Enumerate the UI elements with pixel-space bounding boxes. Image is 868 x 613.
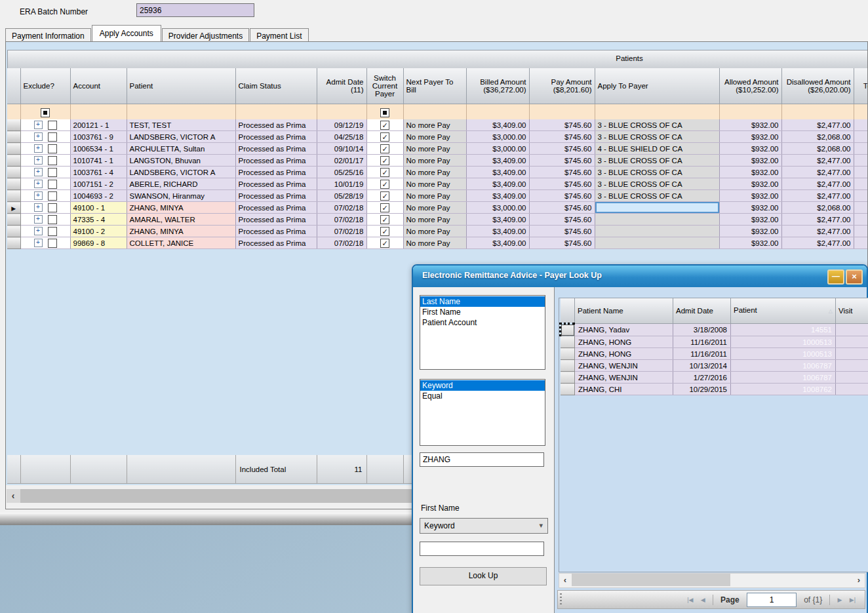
result-row[interactable]: ZHANG, WENJIN 1/27/2016 1006787 [561,372,868,384]
cell-visit[interactable] [836,384,868,395]
row-selector[interactable]: ▶ [7,202,20,214]
switch-all-checkbox[interactable] [380,108,389,117]
cell-claim-status[interactable]: Processed as Prima [235,143,317,155]
cell-disallowed[interactable]: $2,477.00 [781,190,854,202]
cell-allowed[interactable]: $932.00 [719,190,781,202]
cell-admit-date[interactable]: 07/02/18 [317,214,366,226]
cell-account[interactable]: 1003761 - 9 [70,131,127,143]
expand-icon[interactable]: + [34,191,43,200]
cell-total[interactable] [854,178,868,190]
cell-total[interactable] [854,202,868,214]
cell-account[interactable]: 1006534 - 1 [70,143,127,155]
cell-pay[interactable]: $745.60 [529,237,595,249]
switch-checkbox[interactable]: ✓ [380,203,389,212]
tab-apply-accounts[interactable]: Apply Accounts [92,25,161,43]
cell-total[interactable] [854,237,868,249]
cell-patient[interactable]: LANDSBERG, VICTOR A [127,131,235,143]
cell-patient[interactable]: ARCHULETTA, Sultan [127,143,235,155]
cell-pay[interactable]: $745.60 [529,155,595,167]
cell-account[interactable]: 1003761 - 4 [70,167,127,178]
list-item-first-name[interactable]: First Name [420,307,545,317]
cell-disallowed[interactable]: $2,477.00 [781,178,854,190]
cell-billed[interactable]: $3,000.00 [466,143,529,155]
col-disallowed-amount[interactable]: Disallowed Amount ($26,020.00) [781,68,854,104]
result-row[interactable]: ZHANG, CHI 10/29/2015 1008762 [561,384,868,395]
cell-account[interactable]: 47335 - 4 [70,214,127,226]
exclude-checkbox[interactable] [48,132,57,142]
cell-account[interactable]: 1004693 - 2 [70,190,127,202]
first-name-input[interactable] [420,542,544,556]
scroll-left-icon[interactable]: ‹ [559,574,571,586]
cell-patient[interactable]: ZHANG, MINYA [127,202,235,214]
cell-patient-number[interactable]: 1000513 [731,336,836,348]
row-selector[interactable] [7,143,20,155]
cell-claim-status[interactable]: Processed as Prima [235,202,317,214]
expand-icon[interactable]: + [34,180,43,188]
cell-billed[interactable]: $3,409.00 [466,237,529,249]
cell-apply-payer[interactable]: 3 - BLUE CROSS OF CA [595,178,719,190]
cell-total[interactable] [854,214,868,226]
cell-claim-status[interactable]: Processed as Prima [235,190,317,202]
cell-apply-payer[interactable]: 3 - BLUE CROSS OF CA [595,190,719,202]
cell-admit-date[interactable]: 11/16/2011 [673,336,731,348]
cell-admit-date[interactable]: 1/27/2016 [673,372,731,384]
cell-patient[interactable]: COLLETT, JANICE [127,237,235,249]
cell-billed[interactable]: $3,000.00 [466,202,529,214]
cell-account[interactable]: 49100 - 1 [70,202,127,214]
cell-apply-payer[interactable]: 3 - BLUE CROSS OF CA [595,167,719,178]
col-total[interactable]: Total [854,68,868,104]
exclude-checkbox[interactable] [48,203,57,212]
cell-apply-payer[interactable]: 3 - BLUE CROSS OF CA [595,119,719,131]
cell-claim-status[interactable]: Processed as Prima [235,178,317,190]
cell-admit-date[interactable]: 3/18/2008 [673,324,731,336]
cell-patient-number[interactable]: 1006787 [731,360,836,372]
col-switch-payer[interactable]: Switch Current Payer [366,68,403,104]
col-allowed-amount[interactable]: Allowed Amount ($10,252.00) [719,68,781,104]
cell-disallowed[interactable]: $2,477.00 [781,167,854,178]
col-patient[interactable]: Patient [127,68,235,104]
list-item-equal[interactable]: Equal [420,391,545,401]
cell-billed[interactable]: $3,409.00 [466,226,529,237]
cell-total[interactable] [854,190,868,202]
col-next-payer[interactable]: Next Payer To Bill [403,68,466,104]
switch-checkbox[interactable]: ✓ [380,215,389,224]
page-number-input[interactable] [747,593,797,607]
exclude-all-checkbox[interactable] [41,108,50,117]
cell-patient-name[interactable]: ZHANG, HONG [575,336,673,348]
exclude-checkbox[interactable] [48,168,57,177]
cell-billed[interactable]: $3,409.00 [466,214,529,226]
cell-patient-name[interactable]: ZHANG, CHI [575,384,673,395]
cell-patient-name[interactable]: ZHANG, HONG [575,348,673,360]
cell-next-payer[interactable]: No more Pay [403,131,466,143]
list-item-patient-account[interactable]: Patient Account [420,317,545,328]
exclude-checkbox[interactable] [48,215,57,224]
cell-account[interactable]: 1007151 - 2 [70,178,127,190]
expand-icon[interactable]: + [34,168,43,176]
prev-page-button[interactable]: ◀ [701,597,705,603]
switch-checkbox[interactable]: ✓ [380,144,389,153]
exclude-filter-cell[interactable] [20,104,70,121]
row-selector[interactable] [7,167,20,178]
cell-claim-status[interactable]: Processed as Prima [235,226,317,237]
cell-pay[interactable]: $745.60 [529,190,595,202]
expand-icon[interactable]: + [34,121,43,129]
cell-pay[interactable]: $745.60 [529,178,595,190]
cell-patient[interactable]: SWANSON, Hiranmay [127,190,235,202]
cell-total[interactable] [854,155,868,167]
switch-checkbox[interactable]: ✓ [380,191,389,201]
exclude-checkbox[interactable] [48,191,57,201]
col-exclude[interactable]: Exclude? [20,68,70,104]
cell-allowed[interactable]: $932.00 [719,155,781,167]
cell-admit-date[interactable]: 10/01/19 [317,178,366,190]
cell-pay[interactable]: $745.60 [529,143,595,155]
cell-patient-name[interactable]: ZHANG, WENJIN [575,372,673,384]
cell-admit-date[interactable]: 10/13/2014 [673,360,731,372]
row-selector[interactable] [561,348,575,360]
col-billed-amount[interactable]: Billed Amount ($36,272.00) [466,68,529,104]
list-item-keyword[interactable]: Keyword [420,380,545,391]
cell-apply-payer[interactable]: 3 - BLUE CROSS OF CA [595,131,719,143]
col-admit-date[interactable]: Admit Date (11) [317,68,366,104]
cell-patient-number[interactable]: 1006787 [731,372,836,384]
cell-pay[interactable]: $745.60 [529,167,595,178]
cell-patient[interactable]: ZHANG, MINYA [127,226,235,237]
